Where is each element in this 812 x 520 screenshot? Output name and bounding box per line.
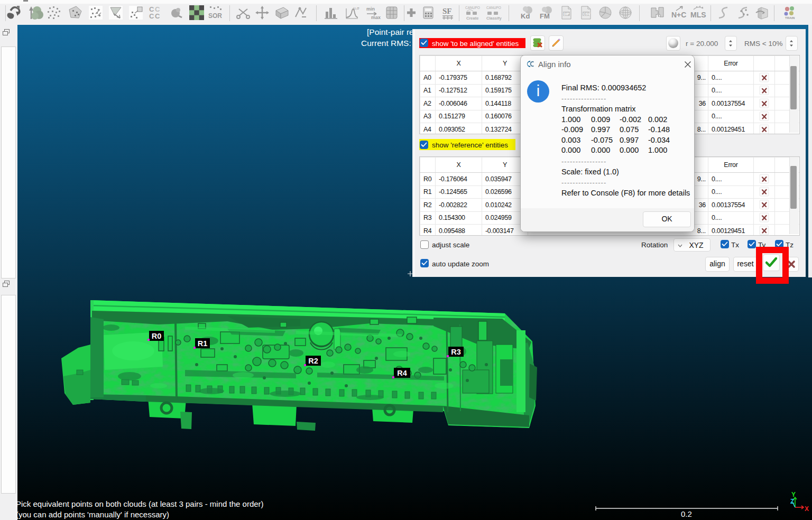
svg-text:Y: Y [791, 491, 796, 498]
svg-text:X: X [805, 505, 809, 513]
svg-text:0.2: 0.2 [681, 509, 692, 518]
svg-text:Z: Z [790, 498, 794, 505]
